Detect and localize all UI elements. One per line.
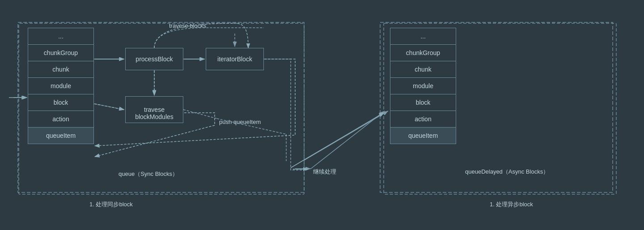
svg-line-11 (183, 110, 217, 119)
right-row-chunk: chunk (390, 61, 456, 78)
right-row-block: block (390, 94, 456, 111)
left-row-module: module (28, 78, 93, 94)
left-row-block: block (28, 94, 93, 111)
svg-line-6 (94, 104, 124, 110)
travese-block-modules-box: traveseblockModules (125, 96, 183, 123)
left-row-queueitem: queueItem (28, 128, 93, 144)
left-row-chunkgroup: chunkGroup (28, 45, 93, 61)
iterator-block-box: iteratorBlock (206, 48, 264, 70)
right-row-dots: ... (390, 28, 456, 45)
arrows-svg (0, 0, 644, 230)
step1-sync-label: 1. 处理同步block (89, 200, 133, 209)
left-row-chunk: chunk (28, 61, 93, 78)
diagram-container: ... chunkGroup chunk module block action… (0, 0, 644, 230)
left-row-dots: ... (28, 28, 93, 45)
right-row-queueitem: queueItem (390, 128, 456, 144)
left-row-action: action (28, 111, 93, 128)
right-row-action: action (390, 111, 456, 128)
right-struct: ... chunkGroup chunk module block action… (390, 28, 456, 144)
travese-blocks-label: travese blocks (169, 22, 206, 29)
step1-async-label: 1. 处理异步block (490, 200, 533, 209)
svg-line-25 (291, 113, 384, 168)
right-row-chunkgroup: chunkGroup (390, 45, 456, 61)
continue-label: 继续处理 (313, 168, 336, 176)
queue-sync-label: queue（Sync Blocks） (119, 170, 178, 178)
left-struct: ... chunkGroup chunk module block action… (28, 28, 94, 144)
right-row-module: module (390, 78, 456, 94)
svg-line-16 (311, 111, 385, 169)
process-block-box: processBlock (125, 48, 183, 70)
push-queueitem-label: push queueItem (219, 119, 261, 125)
svg-line-14 (304, 111, 388, 160)
queue-delayed-label: queueDelayed（Async Blocks） (465, 168, 549, 176)
svg-line-22 (95, 104, 124, 110)
main-arrows (0, 0, 644, 230)
